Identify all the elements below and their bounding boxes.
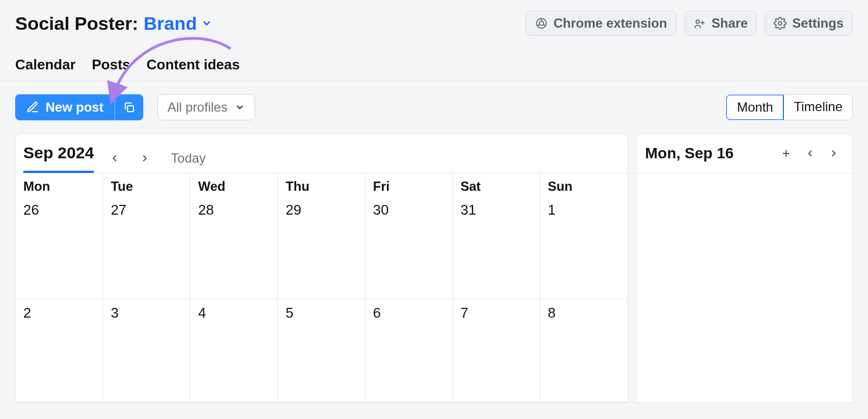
plus-icon [781,149,791,158]
svg-rect-9 [127,106,133,112]
day-cell[interactable]: 28 [190,196,278,299]
add-post-button[interactable] [776,144,796,163]
day-cell[interactable]: 5 [278,299,365,402]
weekday-sun: Sun [540,173,628,196]
settings-button[interactable]: Settings [764,11,853,36]
tab-content-ideas[interactable]: Content ideas [146,56,240,73]
day-cell[interactable]: 6 [366,299,453,402]
day-cell[interactable]: 1 [540,196,628,299]
day-cell[interactable]: 31 [453,196,540,299]
weekday-sat: Sat [453,173,540,196]
selected-date-label: Mon, Sep 16 [645,145,733,162]
tab-posts[interactable]: Posts [92,56,130,73]
weekday-fri: Fri [366,173,453,196]
chevron-left-icon [805,149,815,158]
weekday-row: Mon Tue Wed Thu Fri Sat Sun [16,173,628,196]
calendar-grid: 26 27 28 29 30 31 1 2 3 4 5 6 7 8 [16,196,628,402]
share-label: Share [712,16,748,31]
chrome-extension-button[interactable]: Chrome extension [526,11,676,36]
svg-point-8 [778,22,782,25]
chevron-right-icon [140,153,150,163]
pencil-icon [26,101,39,114]
tab-calendar[interactable]: Calendar [15,56,75,73]
new-post-button[interactable]: New post [15,94,114,120]
copy-icon [123,101,136,114]
today-button[interactable]: Today [165,147,211,169]
next-day-button[interactable] [824,144,844,163]
chevron-right-icon [829,149,839,158]
profiles-dropdown[interactable]: All profiles [157,94,256,120]
weekday-mon: Mon [16,173,103,196]
day-cell[interactable]: 30 [366,196,453,299]
view-month[interactable]: Month [726,94,784,120]
view-toggle: Month Timeline [726,94,853,120]
prev-month-button[interactable] [105,149,124,168]
day-cell[interactable]: 26 [16,196,103,299]
next-month-button[interactable] [135,149,155,168]
weekday-wed: Wed [190,173,278,196]
day-cell[interactable]: 8 [540,299,628,402]
gear-icon [774,17,787,30]
calendar-panel: Sep 2024 Today Mon Tue Wed Thu Fri Sat S… [15,133,628,403]
chevron-left-icon [110,153,119,163]
day-cell[interactable]: 4 [190,299,278,402]
svg-point-5 [696,20,699,23]
new-post-label: New post [46,100,104,115]
day-detail-panel: Mon, Sep 16 [636,133,853,403]
prev-day-button[interactable] [800,144,820,163]
view-timeline[interactable]: Timeline [784,95,852,120]
page-title: Social Poster: Brand [15,13,212,34]
day-cell[interactable]: 3 [103,299,190,402]
new-post-group: New post [15,94,143,120]
settings-label: Settings [792,16,844,31]
weekday-tue: Tue [103,173,190,196]
svg-line-3 [538,24,540,26]
chevron-down-icon [201,18,212,29]
day-cell[interactable]: 2 [16,299,103,402]
new-post-copy-button[interactable] [114,94,143,120]
brand-label: Brand [144,13,197,34]
month-label: Sep 2024 [23,144,94,173]
day-cell[interactable]: 29 [278,196,365,299]
svg-line-4 [543,24,546,26]
chrome-extension-label: Chrome extension [553,16,667,31]
weekday-thu: Thu [278,173,365,196]
chrome-icon [535,17,548,30]
share-icon [693,17,706,30]
title-prefix: Social Poster: [15,13,138,34]
day-cell[interactable]: 7 [453,299,540,402]
chevron-down-icon [235,102,245,112]
day-cell[interactable]: 27 [103,196,190,299]
brand-dropdown[interactable]: Brand [144,13,212,34]
profiles-label: All profiles [168,100,228,115]
share-button[interactable]: Share [684,11,757,36]
